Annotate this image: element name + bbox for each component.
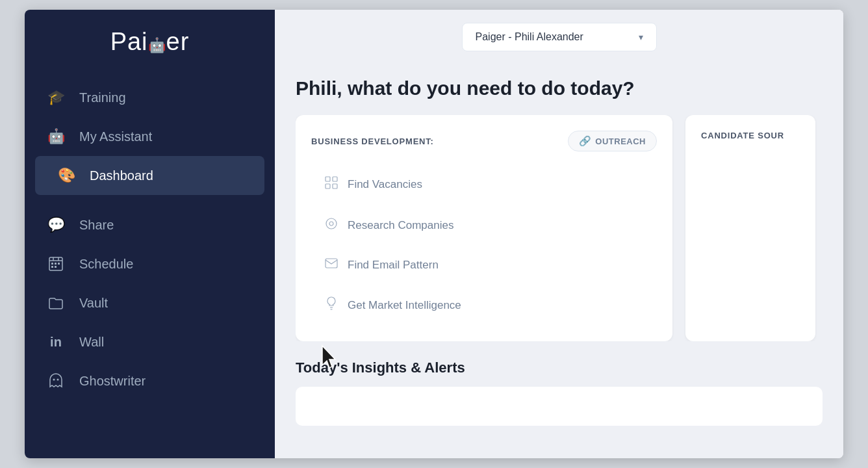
share-icon: 💬 (45, 214, 66, 235)
sidebar-item-ghostwriter[interactable]: Ghostwriter (25, 361, 275, 400)
sidebar-item-dashboard[interactable]: 🎨 Dashboard (35, 156, 264, 195)
menu-item-find-vacancies[interactable]: Find Vacancies (311, 164, 657, 204)
sidebar-item-vault[interactable]: Vault (25, 283, 275, 322)
card-partial-header: CANDIDATE SOUR (701, 131, 800, 140)
svg-rect-7 (51, 266, 53, 268)
training-icon: 🎓 (45, 87, 66, 108)
menu-item-label: Get Market Intelligence (348, 299, 461, 312)
sidebar-item-training[interactable]: 🎓 Training (25, 78, 275, 117)
sidebar-nav: 🎓 Training 🤖 My Assistant 🎨 Dashboard 💬 … (25, 72, 275, 458)
svg-rect-11 (326, 177, 330, 181)
svg-point-15 (326, 218, 337, 229)
svg-rect-13 (326, 184, 330, 188)
card-header: BUSINESS DEVELOPMENT: 🔗 OUTREACH (311, 131, 657, 151)
chevron-down-icon: ▾ (639, 32, 643, 42)
sidebar-item-label: My Assistant (79, 129, 152, 144)
sidebar-item-share[interactable]: 💬 Share (25, 205, 275, 244)
app-logo: Pai🤖er (25, 10, 275, 72)
candidate-sourcing-title: CANDIDATE SOUR (701, 131, 784, 140)
sidebar-item-my-assistant[interactable]: 🤖 My Assistant (25, 117, 275, 156)
main-content: Paiger - Phili Alexander ▾ Phili, what d… (275, 10, 843, 458)
dashboard-icon: 🎨 (56, 165, 77, 186)
ghostwriter-icon (45, 370, 66, 391)
svg-point-9 (53, 379, 55, 381)
insights-section: Today's Insights & Alerts (296, 359, 823, 426)
sidebar: Pai🤖er 🎓 Training 🤖 My Assistant 🎨 Dashb… (25, 10, 275, 458)
account-selector-value: Paiger - Phili Alexander (476, 31, 583, 43)
menu-item-get-market-intelligence[interactable]: Get Market Intelligence (311, 285, 657, 326)
svg-rect-14 (333, 184, 337, 188)
svg-rect-6 (58, 263, 60, 265)
logo-robot-icon: 🤖 (148, 37, 166, 54)
sidebar-item-wall[interactable]: in Wall (25, 322, 275, 361)
wall-linkedin-icon: in (45, 332, 66, 352)
page-body: Phili, what do you need to do today? BUS… (275, 62, 843, 458)
sidebar-item-label: Dashboard (90, 168, 153, 183)
insights-title: Today's Insights & Alerts (296, 359, 823, 376)
account-selector[interactable]: Paiger - Phili Alexander ▾ (462, 23, 657, 51)
sidebar-item-label: Vault (79, 296, 108, 311)
schedule-icon (45, 254, 66, 274)
outreach-badge-label: OUTREACH (595, 136, 646, 146)
business-development-card: BUSINESS DEVELOPMENT: 🔗 OUTREACH (296, 115, 672, 341)
svg-point-16 (329, 222, 333, 226)
menu-item-research-companies[interactable]: Research Companies (311, 205, 657, 245)
svg-rect-4 (51, 263, 53, 265)
sidebar-item-label: Wall (79, 335, 104, 350)
menu-item-label: Research Companies (348, 219, 453, 232)
svg-rect-17 (326, 259, 337, 268)
card-menu-items: Find Vacancies Research Companies (311, 164, 657, 326)
sidebar-item-label: Share (79, 218, 114, 233)
sidebar-item-label: Training (79, 90, 126, 105)
research-companies-icon (324, 217, 338, 233)
menu-item-find-email-pattern[interactable]: Find Email Pattern (311, 246, 657, 283)
cards-row: BUSINESS DEVELOPMENT: 🔗 OUTREACH (296, 115, 823, 341)
my-assistant-icon: 🤖 (45, 126, 66, 147)
svg-point-10 (57, 379, 59, 381)
insights-card (296, 387, 823, 426)
find-email-icon (324, 258, 338, 272)
sidebar-item-label: Ghostwriter (79, 374, 146, 389)
candidate-sourcing-card: CANDIDATE SOUR (685, 115, 815, 341)
menu-item-label: Find Vacancies (348, 178, 422, 191)
sidebar-item-label: Schedule (79, 257, 133, 272)
svg-rect-8 (55, 266, 57, 268)
sidebar-item-schedule[interactable]: Schedule (25, 244, 275, 283)
svg-rect-12 (333, 177, 337, 181)
outreach-badge[interactable]: 🔗 OUTREACH (568, 131, 657, 151)
menu-item-label: Find Email Pattern (348, 259, 439, 272)
header: Paiger - Phili Alexander ▾ (275, 10, 843, 62)
card-section-title: BUSINESS DEVELOPMENT: (311, 136, 434, 146)
page-title: Phili, what do you need to do today? (296, 77, 823, 99)
vault-icon (45, 292, 66, 313)
find-vacancies-icon (324, 176, 338, 192)
market-intelligence-icon (324, 296, 338, 314)
svg-rect-5 (55, 263, 57, 265)
outreach-icon: 🔗 (579, 135, 592, 147)
